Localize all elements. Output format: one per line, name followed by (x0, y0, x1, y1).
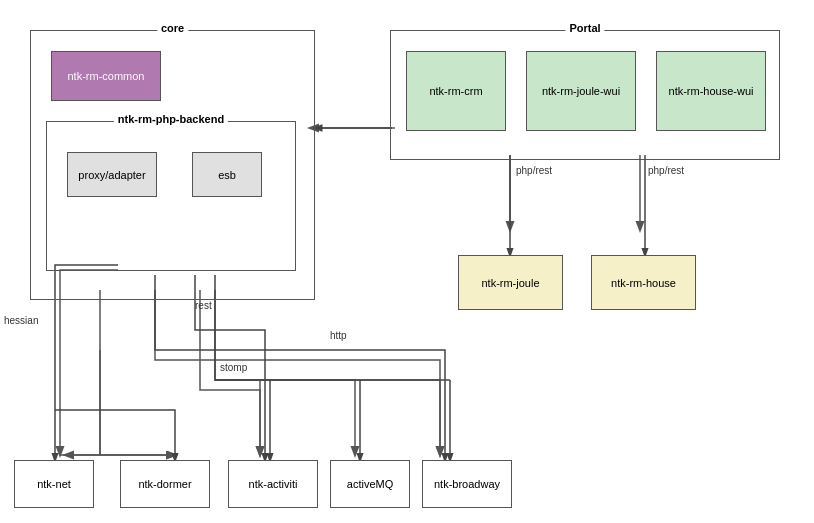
php-rest-label-1: php/rest (516, 165, 552, 176)
php-rest-label-2: php/rest (648, 165, 684, 176)
stomp-label: stomp (220, 362, 247, 373)
ntk-broadway-box: ntk-broadway (422, 460, 512, 508)
esb-box: esb (192, 152, 262, 197)
ntk-rm-crm-box: ntk-rm-crm (406, 51, 506, 131)
ntk-rm-joule-wui-box: ntk-rm-joule-wui (526, 51, 636, 131)
portal-group-label: Portal (565, 22, 604, 34)
core-group-label: core (157, 22, 188, 34)
architecture-diagram: core ntk-rm-common ntk-rm-php-backend pr… (0, 0, 814, 523)
ntk-net-box: ntk-net (14, 460, 94, 508)
rest-label: rest (195, 300, 212, 311)
ntk-dormer-box: ntk-dormer (120, 460, 210, 508)
ntk-rm-common-box: ntk-rm-common (51, 51, 161, 101)
core-group: core ntk-rm-common ntk-rm-php-backend pr… (30, 30, 315, 300)
ntk-activiti-box: ntk-activiti (228, 460, 318, 508)
ntk-rm-house-box: ntk-rm-house (591, 255, 696, 310)
proxy-adapter-box: proxy/adapter (67, 152, 157, 197)
http-label: http (330, 330, 347, 341)
php-backend-label: ntk-rm-php-backend (114, 113, 228, 125)
hessian-label: hessian (4, 315, 38, 326)
ntk-rm-php-backend-group: ntk-rm-php-backend proxy/adapter esb (46, 121, 296, 271)
ntk-rm-joule-box: ntk-rm-joule (458, 255, 563, 310)
portal-group: Portal ntk-rm-crm ntk-rm-joule-wui ntk-r… (390, 30, 780, 160)
activemq-box: activeMQ (330, 460, 410, 508)
ntk-rm-house-wui-box: ntk-rm-house-wui (656, 51, 766, 131)
